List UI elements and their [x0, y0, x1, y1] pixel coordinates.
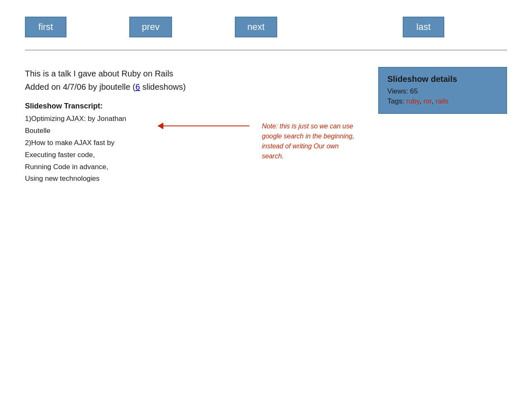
slideshow-details-title: Slideshow details	[387, 74, 498, 84]
transcript-line2: 2)How to make AJAX fast by	[25, 137, 150, 149]
tag-separator-2: ,	[431, 97, 435, 105]
tags-prefix: Tags:	[387, 97, 406, 105]
transcript-line4: Running Code in advance,	[25, 161, 150, 173]
slideshow-details-box: Slideshow details Views: 65 Tags: ruby, …	[378, 67, 507, 114]
transcript-line1: 1)Optimizing AJAX: by Jonathan Boutelle	[25, 113, 150, 137]
left-content: This is a talk I gave about Ruby on Rail…	[25, 67, 362, 185]
annotation-arrow	[158, 126, 249, 126]
first-button[interactable]: first	[25, 17, 66, 37]
intro-line2-suffix: slideshows)	[140, 82, 186, 91]
intro-text: This is a talk I gave about Ruby on Rail…	[25, 67, 362, 94]
slideshow-views: Views: 65	[387, 87, 498, 96]
transcript-section: Slideshow Transcript: 1)Optimizing AJAX:…	[25, 102, 362, 185]
annotation-arrow-container	[158, 126, 249, 126]
slideshows-count-link[interactable]: 6	[135, 82, 140, 91]
intro-line1: This is a talk I gave about Ruby on Rail…	[25, 67, 362, 80]
transcript-line5: Using new technologies	[25, 173, 150, 185]
transcript-lines: 1)Optimizing AJAX: by Jonathan Boutelle …	[25, 113, 150, 185]
tag-separator-1: ,	[419, 97, 423, 105]
transcript-heading: Slideshow Transcript:	[25, 102, 362, 111]
prev-button[interactable]: prev	[129, 17, 172, 37]
transcript-with-annotation: 1)Optimizing AJAX: by Jonathan Boutelle …	[25, 113, 362, 185]
intro-line2-prefix: Added on 4/7/06 by jboutelle (	[25, 82, 135, 91]
right-panel: Slideshow details Views: 65 Tags: ruby, …	[378, 67, 507, 185]
slideshow-tags: Tags: ruby, ror, rails	[387, 97, 498, 106]
tag-ruby[interactable]: ruby	[406, 97, 419, 105]
main-content: This is a talk I gave about Ruby on Rail…	[0, 59, 532, 193]
transcript-line3: Executing faster code,	[25, 149, 150, 161]
horizontal-divider	[25, 50, 507, 50]
tag-rails[interactable]: rails	[436, 97, 448, 105]
navigation-bar: first prev next last	[0, 0, 532, 46]
last-button[interactable]: last	[403, 17, 444, 37]
annotation-note: Note: this is just so we can use google …	[262, 121, 362, 161]
intro-line2: Added on 4/7/06 by jboutelle (6 slidesho…	[25, 80, 362, 94]
next-button[interactable]: next	[235, 17, 277, 37]
tag-ror[interactable]: ror	[424, 97, 432, 105]
